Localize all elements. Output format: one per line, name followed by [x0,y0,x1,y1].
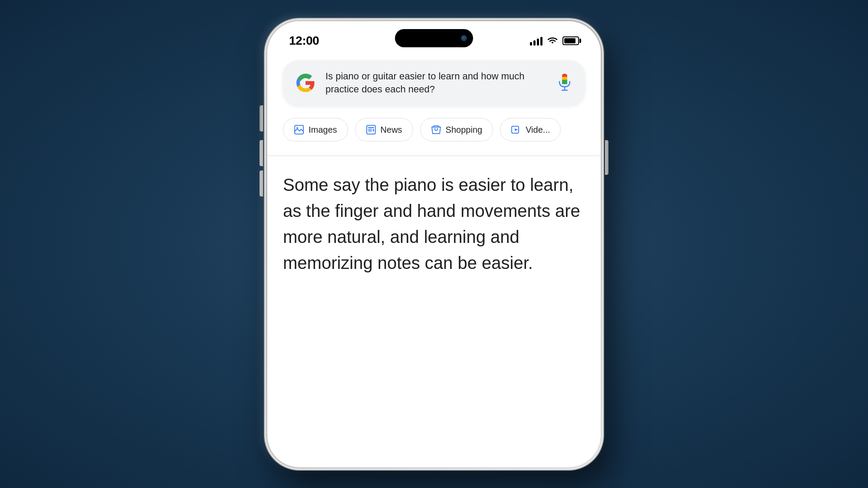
content-divider [267,155,601,156]
svg-rect-3 [562,74,567,77]
images-label: Images [309,125,337,135]
svg-rect-4 [562,77,567,80]
images-icon [294,124,304,135]
videos-chip[interactable]: Vide... [500,118,561,141]
signal-bar-2 [533,40,536,46]
screen-content: Is piano or guitar easier to learn and h… [267,52,601,276]
wifi-icon [547,36,558,45]
svg-rect-12 [373,129,374,132]
status-time: 12:00 [289,34,319,48]
svg-marker-14 [515,128,518,131]
videos-label: Vide... [526,125,550,135]
svg-rect-9 [368,127,374,128]
battery-icon [562,36,579,45]
status-icons [530,36,579,46]
phone-outer: 12:00 [265,19,603,470]
phone-wrapper: 12:00 [256,14,612,474]
signal-bar-4 [540,37,542,46]
signal-bars-icon [530,36,542,46]
battery-fill [564,38,575,43]
news-label: News [381,125,402,135]
signal-bar-1 [530,42,532,46]
camera-dot [461,35,467,41]
shopping-chip[interactable]: Shopping [420,118,493,141]
phone-screen: 12:00 [267,21,601,467]
status-bar: 12:00 [267,21,601,52]
google-logo-icon [295,72,316,93]
dynamic-island [395,29,473,47]
news-chip[interactable]: News [355,118,413,141]
news-icon [366,124,376,135]
video-icon [511,124,521,135]
microphone-icon[interactable] [556,72,573,93]
svg-rect-10 [368,129,372,130]
search-bar[interactable]: Is piano or guitar easier to learn and h… [283,60,585,106]
images-chip[interactable]: Images [283,118,348,141]
filter-chips: Images News [283,118,585,141]
svg-rect-11 [368,131,372,131]
shopping-icon [431,124,441,135]
search-query-text[interactable]: Is piano or guitar easier to learn and h… [326,70,547,97]
result-text: Some say the piano is easier to learn, a… [283,172,585,276]
shopping-label: Shopping [446,125,483,135]
signal-bar-3 [537,39,539,46]
svg-rect-5 [562,80,567,84]
